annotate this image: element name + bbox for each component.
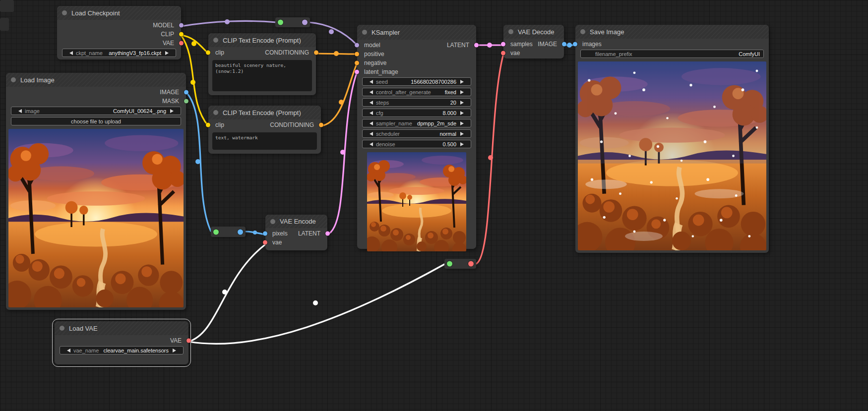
input-slot-samples[interactable] bbox=[501, 42, 505, 47]
increment-arrow-icon[interactable] bbox=[460, 90, 467, 94]
decrement-arrow-icon[interactable] bbox=[366, 111, 373, 115]
node-load-image[interactable]: Load Image IMAGE MASK image ComfyUI_0062… bbox=[6, 73, 186, 310]
node-clip-text-encode-positive[interactable]: CLIP Text Encode (Prompt) clip CONDITION… bbox=[208, 33, 316, 95]
collapse-toggle-icon[interactable] bbox=[580, 29, 585, 34]
node-clip-text-encode-negative[interactable]: CLIP Text Encode (Prompt) clip CONDITION… bbox=[208, 106, 321, 154]
collapse-toggle-icon[interactable] bbox=[62, 10, 67, 15]
prompt-textarea[interactable]: text, watermark bbox=[212, 132, 317, 150]
node-title-bar[interactable]: Load Image bbox=[6, 73, 186, 87]
node-title-bar[interactable]: Load VAE bbox=[55, 321, 188, 335]
input-slot-positive[interactable] bbox=[355, 52, 359, 57]
widget-steps[interactable]: steps 20 bbox=[362, 98, 471, 107]
input-slot-clip[interactable] bbox=[206, 123, 210, 127]
decrement-arrow-icon[interactable] bbox=[366, 132, 373, 136]
widget-control-after-generate[interactable]: control_after_generate fixed bbox=[362, 88, 471, 96]
widget-filename-prefix[interactable]: filename_prefix ComfyUI bbox=[580, 50, 764, 58]
output-slot-latent[interactable] bbox=[325, 232, 330, 236]
node-ksampler[interactable]: KSampler model LATENT positive negative … bbox=[357, 25, 476, 249]
input-slot-latent-image[interactable] bbox=[355, 70, 359, 74]
widget-sampler-name[interactable]: sampler_name dpmpp_2m_sde bbox=[362, 119, 471, 127]
node-title-bar[interactable]: VAE Decode bbox=[503, 25, 564, 39]
increment-arrow-icon[interactable] bbox=[460, 132, 467, 136]
slot-row: model LATENT bbox=[357, 41, 476, 50]
collapsed-node-dot-icon[interactable] bbox=[278, 20, 283, 25]
node-vae-encode[interactable]: VAE Encode pixels LATENT vae bbox=[265, 215, 327, 250]
increment-arrow-icon[interactable] bbox=[460, 121, 467, 125]
decrement-arrow-icon[interactable] bbox=[366, 142, 373, 146]
node-title: VAE Decode bbox=[518, 28, 554, 36]
reroute-output-slot-vae[interactable] bbox=[468, 261, 474, 267]
reroute-output-slot-image[interactable] bbox=[238, 229, 243, 235]
node-title-bar[interactable]: Load Checkpoint bbox=[57, 6, 181, 20]
collapse-toggle-icon[interactable] bbox=[213, 38, 218, 43]
output-slot-image[interactable] bbox=[184, 90, 188, 95]
input-slot-pixels[interactable] bbox=[263, 232, 267, 236]
output-slot-mask[interactable] bbox=[184, 99, 188, 104]
output-slot-vae[interactable] bbox=[186, 339, 191, 343]
input-slot-vae[interactable] bbox=[501, 51, 505, 56]
output-slot-image[interactable] bbox=[562, 42, 566, 47]
widget-image-file[interactable]: image ComfyUI_00624_.png bbox=[11, 107, 181, 115]
reroute-node-model[interactable] bbox=[275, 17, 310, 27]
prompt-textarea[interactable]: beautiful scenery nature, (snow:1.2) bbox=[212, 60, 312, 91]
output-slot-vae[interactable] bbox=[179, 41, 184, 46]
node-load-vae[interactable]: Load VAE VAE vae_name clearvae_main.safe… bbox=[55, 321, 188, 364]
collapsed-node-dot-icon[interactable] bbox=[447, 261, 452, 267]
widget-scheduler[interactable]: scheduler normal bbox=[362, 129, 471, 138]
collapse-toggle-icon[interactable] bbox=[11, 77, 16, 82]
increment-arrow-icon[interactable] bbox=[460, 111, 467, 115]
slot-label: LATENT bbox=[447, 42, 469, 49]
node-title-bar[interactable]: VAE Encode bbox=[265, 215, 327, 228]
decrement-arrow-icon[interactable] bbox=[366, 121, 373, 125]
node-title-bar[interactable]: CLIP Text Encode (Prompt) bbox=[208, 106, 321, 119]
input-slot-vae[interactable] bbox=[263, 240, 267, 245]
widget-seed[interactable]: seed 156680208700286 bbox=[362, 77, 471, 86]
decrement-arrow-icon[interactable] bbox=[15, 109, 22, 113]
decrement-arrow-icon[interactable] bbox=[66, 51, 73, 55]
node-title-bar[interactable]: CLIP Text Encode (Prompt) bbox=[208, 33, 316, 47]
slot-label: VAE bbox=[163, 40, 174, 47]
collapse-toggle-icon[interactable] bbox=[362, 30, 367, 35]
input-slot-images[interactable] bbox=[573, 42, 577, 47]
node-title-bar[interactable]: Save Image bbox=[575, 25, 769, 39]
reroute-node-image[interactable] bbox=[211, 227, 246, 237]
choose-file-button[interactable]: choose file to upload bbox=[11, 117, 181, 125]
widget-denoise[interactable]: denoise 0.500 bbox=[362, 140, 471, 148]
increment-arrow-icon[interactable] bbox=[460, 101, 467, 105]
decrement-arrow-icon[interactable] bbox=[366, 101, 373, 105]
node-load-checkpoint[interactable]: Load Checkpoint MODEL CLIP VAE ckpt_name… bbox=[57, 6, 181, 59]
decrement-arrow-icon[interactable] bbox=[366, 80, 373, 84]
decrement-arrow-icon[interactable] bbox=[63, 349, 70, 352]
widget-vae-name[interactable]: vae_name clearvae_main.safetensors bbox=[60, 346, 184, 354]
increment-arrow-icon[interactable] bbox=[170, 109, 177, 113]
input-slot-clip[interactable] bbox=[206, 51, 210, 55]
collapsed-node-dot-icon[interactable] bbox=[213, 229, 219, 235]
decrement-arrow-icon[interactable] bbox=[366, 90, 373, 94]
output-slot-clip[interactable] bbox=[179, 32, 184, 37]
increment-arrow-icon[interactable] bbox=[165, 51, 172, 55]
node-title: CLIP Text Encode (Prompt) bbox=[223, 109, 301, 117]
widget-cfg[interactable]: cfg 8.000 bbox=[362, 109, 471, 117]
reroute-output-slot-model[interactable] bbox=[302, 20, 308, 25]
output-slot-conditioning[interactable] bbox=[319, 123, 323, 127]
input-slot-negative[interactable] bbox=[355, 61, 359, 65]
reroute-node-vae[interactable] bbox=[444, 259, 476, 269]
increment-arrow-icon[interactable] bbox=[460, 142, 467, 146]
output-slot-latent[interactable] bbox=[474, 43, 479, 48]
node-title-bar[interactable]: KSampler bbox=[357, 25, 476, 40]
slot-label: positive bbox=[364, 51, 384, 58]
collapse-toggle-icon[interactable] bbox=[213, 110, 218, 115]
increment-arrow-icon[interactable] bbox=[173, 349, 180, 352]
collapse-toggle-icon[interactable] bbox=[60, 326, 64, 331]
node-title: VAE Encode bbox=[280, 218, 316, 225]
node-vae-decode[interactable]: VAE Decode samples IMAGE vae bbox=[503, 25, 564, 59]
comfyui-graph-canvas[interactable]: { "app": {"name": "ComfyUI workflow grap… bbox=[0, 0, 868, 411]
collapse-toggle-icon[interactable] bbox=[508, 29, 513, 34]
node-save-image[interactable]: Save Image images filename_prefix ComfyU… bbox=[575, 25, 769, 253]
widget-ckpt-name[interactable]: ckpt_name anythingV3_fp16.ckpt bbox=[62, 49, 176, 57]
input-slot-model[interactable] bbox=[355, 43, 359, 48]
increment-arrow-icon[interactable] bbox=[460, 80, 467, 84]
collapse-toggle-icon[interactable] bbox=[270, 219, 275, 224]
output-slot-model[interactable] bbox=[179, 23, 184, 28]
output-slot-conditioning[interactable] bbox=[314, 51, 318, 55]
